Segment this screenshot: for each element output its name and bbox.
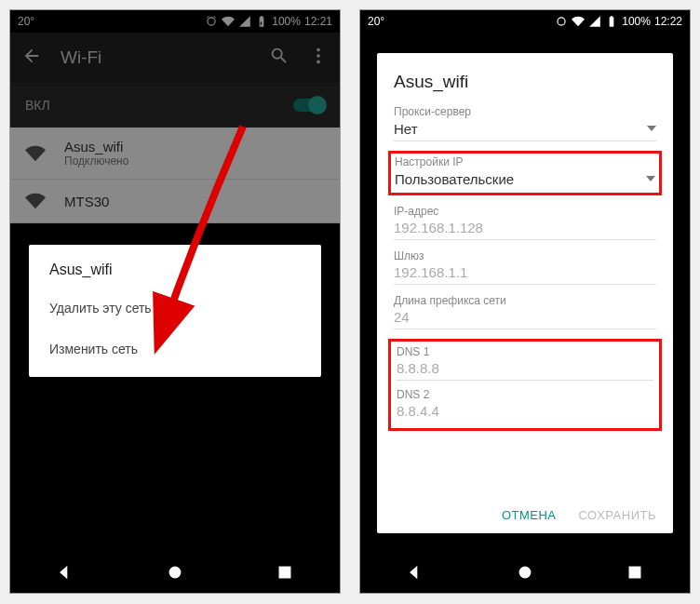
- ip-settings-value: Пользовательские: [395, 171, 514, 187]
- signal-icon: [588, 15, 601, 28]
- svg-point-3: [169, 567, 181, 578]
- dialog-actions: ОТМЕНА СОХРАНИТЬ: [377, 497, 673, 533]
- dns1-field[interactable]: DNS 1 8.8.8.8: [397, 345, 653, 381]
- proxy-label: Прокси-сервер: [394, 105, 656, 118]
- nav-back-icon[interactable]: [56, 563, 74, 582]
- gateway-label: Шлюз: [394, 249, 656, 262]
- proxy-field[interactable]: Прокси-сервер Нет: [394, 105, 656, 141]
- dns2-label: DNS 2: [397, 388, 653, 401]
- clock: 12:22: [654, 15, 682, 28]
- battery-icon: [605, 15, 618, 28]
- nav-bar: [10, 552, 340, 593]
- battery-pct: 100%: [622, 15, 651, 28]
- dns-highlight-box: DNS 1 8.8.8.8 DNS 2 8.8.4.4: [388, 339, 662, 431]
- nav-home-icon[interactable]: [516, 563, 534, 582]
- dns2-field[interactable]: DNS 2 8.8.4.4: [397, 388, 653, 423]
- svg-rect-6: [629, 567, 640, 578]
- proxy-value: Нет: [394, 121, 418, 137]
- nav-bar: [360, 552, 690, 593]
- gateway-field[interactable]: Шлюз 192.168.1.1: [394, 249, 656, 285]
- phone-right: 20° 100% 12:22 Asus_wifi Прокси-сервер Н…: [359, 9, 691, 594]
- status-bar: 20° 100% 12:22: [360, 10, 690, 33]
- dropdown-icon: [646, 170, 655, 187]
- gateway-value: 192.168.1.1: [394, 264, 467, 280]
- save-button[interactable]: СОХРАНИТЬ: [579, 508, 656, 522]
- nav-recent-icon[interactable]: [626, 563, 644, 582]
- ip-value: 192.168.1.128: [394, 220, 483, 235]
- prefix-field[interactable]: Длина префикса сети 24: [394, 294, 656, 329]
- context-menu: Asus_wifi Удалить эту сеть Изменить сеть: [29, 245, 321, 377]
- svg-rect-4: [279, 567, 290, 578]
- ip-address-field[interactable]: IP-адрес 192.168.1.128: [394, 205, 656, 240]
- prefix-value: 24: [394, 309, 410, 325]
- delete-network-option[interactable]: Удалить эту сеть: [29, 288, 321, 329]
- dialog-title: Asus_wifi: [394, 72, 656, 92]
- alarm-icon: [555, 15, 568, 28]
- ip-settings-label: Настройки IP: [395, 155, 655, 168]
- nav-back-icon[interactable]: [406, 563, 424, 582]
- temp: 20°: [368, 15, 384, 28]
- nav-home-icon[interactable]: [166, 563, 184, 582]
- edit-network-dialog: Asus_wifi Прокси-сервер Нет Настройки IP…: [377, 53, 673, 533]
- cancel-button[interactable]: ОТМЕНА: [502, 508, 557, 522]
- context-title: Asus_wifi: [29, 262, 321, 288]
- modify-network-option[interactable]: Изменить сеть: [29, 329, 321, 369]
- ip-settings-field[interactable]: Настройки IP Пользовательские: [388, 151, 662, 195]
- dns2-value: 8.8.4.4: [397, 403, 439, 419]
- nav-recent-icon[interactable]: [276, 563, 294, 582]
- phone-left: 20° 100% 12:21 Wi-Fi ВКЛ Asus_wifi Подкл…: [9, 9, 341, 594]
- dropdown-icon: [647, 120, 656, 137]
- ip-label: IP-адрес: [394, 205, 656, 218]
- dns1-value: 8.8.8.8: [397, 360, 439, 376]
- dns1-label: DNS 1: [397, 345, 653, 358]
- wifi-icon: [572, 15, 585, 28]
- svg-point-5: [519, 567, 531, 578]
- prefix-label: Длина префикса сети: [394, 294, 656, 307]
